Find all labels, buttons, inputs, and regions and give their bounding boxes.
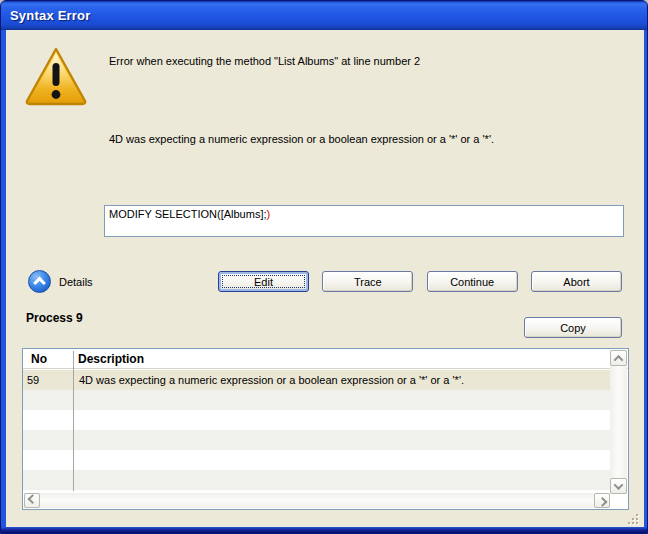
- copy-button[interactable]: Copy: [524, 317, 622, 338]
- scroll-right-icon: [597, 497, 607, 507]
- action-button-row: Edit Trace Continue Abort: [218, 271, 622, 292]
- table-row-empty: [23, 410, 610, 430]
- title-bar[interactable]: Syntax Error: [1, 1, 647, 30]
- table-row-empty: [23, 470, 610, 490]
- continue-button[interactable]: Continue: [427, 271, 518, 292]
- warning-icon: [23, 46, 89, 108]
- scroll-up-button[interactable]: [610, 350, 627, 366]
- scroll-left-button[interactable]: [24, 493, 40, 508]
- table-row[interactable]: 59 4D was expecting a numeric expression…: [23, 370, 610, 390]
- resize-grip[interactable]: [626, 512, 640, 526]
- cell-error-number: 59: [23, 374, 74, 386]
- column-divider: [73, 351, 74, 491]
- code-error-char: ): [267, 208, 271, 220]
- scroll-down-button[interactable]: [610, 478, 627, 494]
- error-list-table: No Description 59 4D was expecting a num…: [22, 348, 629, 510]
- table-row-empty: [23, 490, 610, 492]
- scroll-right-button[interactable]: [594, 493, 610, 508]
- details-toggle-button[interactable]: [28, 270, 51, 293]
- edit-button[interactable]: Edit: [218, 271, 309, 292]
- column-header-no[interactable]: No: [31, 352, 47, 366]
- code-text: MODIFY SELECTION([Albums];: [109, 208, 267, 220]
- abort-button[interactable]: Abort: [531, 271, 622, 292]
- table-row-empty: [23, 430, 610, 450]
- scroll-left-icon: [27, 494, 37, 504]
- window-title: Syntax Error: [10, 8, 90, 23]
- process-title: Process 9: [26, 311, 83, 325]
- dialog-body: Error when executing the method "List Al…: [6, 30, 644, 529]
- error-summary-text: Error when executing the method "List Al…: [109, 55, 619, 67]
- error-detail-text: 4D was expecting a numeric expression or…: [109, 133, 629, 145]
- scroll-down-icon: [614, 480, 624, 490]
- syntax-error-dialog: Syntax Error Error when executing the me…: [0, 0, 648, 534]
- horizontal-scrollbar[interactable]: [24, 493, 610, 508]
- table-body: 59 4D was expecting a numeric expression…: [23, 370, 610, 492]
- table-row-empty: [23, 390, 610, 410]
- chevron-up-icon: [33, 277, 46, 290]
- details-label: Details: [59, 276, 93, 288]
- column-header-description[interactable]: Description: [78, 352, 144, 366]
- code-line-field[interactable]: MODIFY SELECTION([Albums];): [104, 205, 624, 237]
- table-header-row: No Description: [23, 349, 628, 369]
- trace-button[interactable]: Trace: [322, 271, 413, 292]
- table-row-empty: [23, 450, 610, 470]
- vertical-scrollbar[interactable]: [610, 350, 627, 494]
- window-bottom-border: [1, 527, 647, 533]
- scroll-up-icon: [614, 354, 624, 364]
- cell-error-description: 4D was expecting a numeric expression or…: [74, 374, 464, 386]
